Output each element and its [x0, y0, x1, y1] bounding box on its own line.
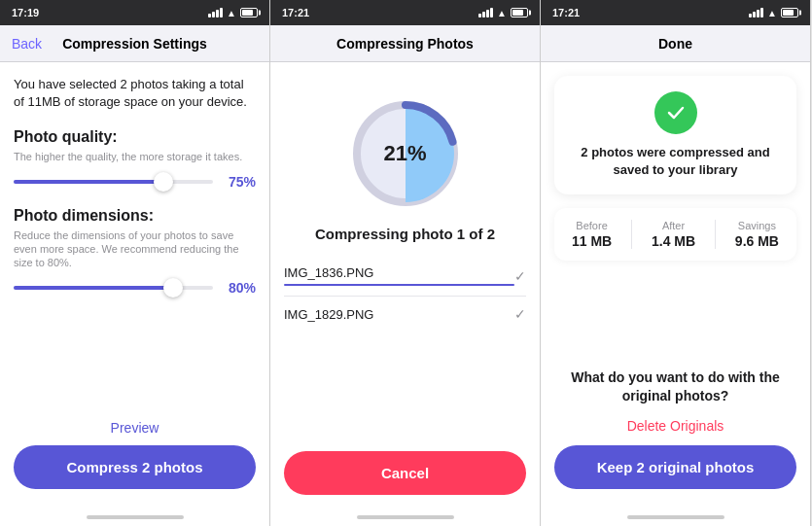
- progress-circle-wrapper: 21%: [284, 95, 526, 212]
- nav-title-1: Compression Settings: [62, 36, 207, 52]
- signal-icon-1: [208, 8, 223, 18]
- battery-icon-1: [240, 8, 258, 18]
- time-3: 17:21: [552, 7, 580, 18]
- screen-content-2: 21% Compressing photo 1 of 2 IMG_1836.PN…: [270, 62, 540, 508]
- dimensions-slider-thumb[interactable]: [163, 278, 183, 298]
- dimensions-slider-track: [14, 286, 213, 290]
- quality-slider-thumb[interactable]: [154, 172, 173, 192]
- stats-row: Before 11 MB After 1.4 MB Savings 9.6 MB: [554, 208, 796, 261]
- screen-content-3: 2 photos were compressed and saved to yo…: [541, 62, 810, 508]
- question-text: What do you want to do with the original…: [554, 368, 796, 406]
- wifi-icon-2: ▲: [497, 8, 507, 18]
- stat-after-value: 1.4 MB: [652, 233, 695, 249]
- home-bar-3: [627, 515, 724, 519]
- success-icon: [654, 91, 697, 134]
- file-progress-bar-1: [284, 284, 514, 286]
- status-icons-3: ▲: [749, 8, 798, 18]
- delete-link[interactable]: Delete Originals: [554, 418, 796, 434]
- time-2: 17:21: [282, 7, 309, 18]
- status-bar-3: 17:21 ▲: [541, 0, 810, 25]
- file-list: IMG_1836.PNG ✓ IMG_1829.PNG ✓: [284, 256, 526, 332]
- quality-desc: The higher the quality, the more storage…: [14, 150, 256, 163]
- stat-after: After 1.4 MB: [652, 220, 695, 249]
- file-row-2: IMG_1829.PNG ✓: [284, 297, 526, 332]
- compressing-label: Compressing photo 1 of 2: [284, 226, 526, 242]
- dimensions-desc: Reduce the dimensions of your photos to …: [14, 228, 256, 270]
- progress-circle: 21%: [347, 95, 464, 212]
- dimensions-label: Photo dimensions:: [14, 207, 256, 225]
- success-card: 2 photos were compressed and saved to yo…: [554, 76, 796, 194]
- stat-divider-2: [715, 220, 716, 249]
- home-indicator-1: [0, 508, 269, 526]
- nav-bar-2: Compressing Photos: [270, 25, 540, 62]
- file-check-2: ✓: [514, 306, 526, 322]
- nav-bar-1: Back Compression Settings: [0, 25, 269, 62]
- stat-after-label: After: [662, 220, 685, 231]
- keep-button[interactable]: Keep 2 original photos: [554, 445, 796, 489]
- cancel-button[interactable]: Cancel: [284, 451, 526, 495]
- signal-icon-3: [749, 8, 763, 18]
- home-bar-2: [357, 515, 454, 519]
- wifi-icon-3: ▲: [767, 8, 777, 18]
- stat-savings-value: 9.6 MB: [735, 233, 779, 249]
- quality-slider-row: 75%: [14, 174, 256, 190]
- battery-icon-2: [511, 8, 528, 18]
- battery-icon-3: [781, 8, 798, 18]
- time-1: 17:19: [12, 7, 39, 18]
- home-indicator-3: [541, 508, 810, 526]
- stat-divider-1: [631, 220, 632, 249]
- stat-before: Before 11 MB: [572, 220, 612, 249]
- stat-savings: Savings 9.6 MB: [735, 220, 779, 249]
- phone-2: 17:21 ▲ Compressing Photos: [270, 0, 541, 526]
- preview-link[interactable]: Preview: [14, 420, 256, 436]
- success-text: 2 photos were compressed and saved to yo…: [570, 144, 781, 179]
- status-bar-1: 17:19 ▲: [0, 0, 269, 25]
- status-bar-2: 17:21 ▲: [270, 0, 540, 25]
- stat-before-label: Before: [576, 220, 607, 231]
- nav-title-2: Compressing Photos: [336, 36, 474, 52]
- nav-bar-3: Done: [541, 25, 810, 62]
- phone-1: 17:19 ▲ Back Compression Settings You ha…: [0, 0, 270, 526]
- file-name-2: IMG_1829.PNG: [284, 307, 514, 322]
- phone-3: 17:21 ▲ Done 2 photos were compressed an…: [541, 0, 811, 526]
- file-check-1: ✓: [514, 268, 526, 284]
- home-indicator-2: [270, 508, 540, 526]
- quality-value: 75%: [221, 174, 256, 190]
- dimensions-value: 80%: [221, 280, 256, 296]
- wifi-icon-1: ▲: [227, 8, 236, 18]
- quality-label: Photo quality:: [14, 128, 256, 146]
- back-button-1[interactable]: Back: [12, 36, 42, 52]
- home-bar-1: [87, 515, 184, 519]
- stat-before-value: 11 MB: [572, 233, 612, 249]
- dimensions-slider-row: 80%: [14, 280, 256, 296]
- file-row-1: IMG_1836.PNG ✓: [284, 256, 526, 297]
- quality-slider-track: [14, 180, 213, 184]
- file-name-1: IMG_1836.PNG: [284, 265, 514, 280]
- stat-savings-label: Savings: [738, 220, 776, 231]
- compress-button[interactable]: Compress 2 photos: [14, 445, 256, 489]
- progress-percent: 21%: [383, 141, 426, 166]
- dimensions-slider-fill: [14, 286, 173, 290]
- quality-section: Photo quality: The higher the quality, t…: [14, 128, 256, 206]
- status-icons-2: ▲: [478, 8, 528, 18]
- nav-title-3: Done: [658, 36, 692, 52]
- info-text-1: You have selected 2 photos taking a tota…: [14, 76, 256, 111]
- dimensions-section: Photo dimensions: Reduce the dimensions …: [14, 207, 256, 313]
- checkmark-icon: [665, 102, 687, 123]
- screen-content-1: You have selected 2 photos taking a tota…: [0, 62, 269, 508]
- quality-slider-fill: [14, 180, 163, 184]
- signal-icon-2: [478, 8, 493, 18]
- status-icons-1: ▲: [208, 8, 258, 18]
